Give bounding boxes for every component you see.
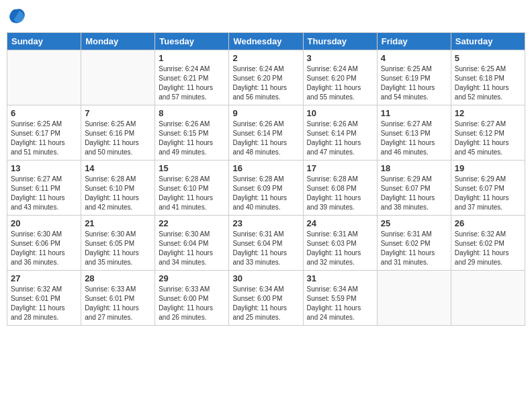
day-info: Sunrise: 6:31 AMSunset: 6:04 PMDaylight:…: [232, 230, 299, 267]
day-info: Sunrise: 6:28 AMSunset: 6:10 PMDaylight:…: [85, 175, 151, 212]
day-number: 4: [381, 53, 447, 63]
day-number: 15: [159, 163, 225, 173]
day-info: Sunrise: 6:31 AMSunset: 6:02 PMDaylight:…: [381, 230, 447, 267]
page: SundayMondayTuesdayWednesdayThursdayFrid…: [0, 0, 532, 411]
calendar-cell: 1Sunrise: 6:24 AMSunset: 6:21 PMDaylight…: [155, 50, 229, 105]
day-number: 11: [381, 108, 447, 118]
day-number: 5: [455, 53, 521, 63]
day-number: 14: [85, 163, 151, 173]
day-info: Sunrise: 6:29 AMSunset: 6:07 PMDaylight:…: [455, 175, 521, 212]
logo-icon: [7, 7, 27, 27]
day-info: Sunrise: 6:26 AMSunset: 6:14 PMDaylight:…: [307, 120, 373, 157]
day-number: 29: [159, 273, 225, 283]
day-number: 7: [85, 108, 151, 118]
calendar-cell: 14Sunrise: 6:28 AMSunset: 6:10 PMDayligh…: [81, 161, 155, 216]
calendar-cell: 24Sunrise: 6:31 AMSunset: 6:03 PMDayligh…: [303, 216, 377, 271]
day-info: Sunrise: 6:26 AMSunset: 6:14 PMDaylight:…: [232, 120, 299, 157]
calendar-cell: 19Sunrise: 6:29 AMSunset: 6:07 PMDayligh…: [451, 161, 525, 216]
day-info: Sunrise: 6:26 AMSunset: 6:15 PMDaylight:…: [159, 120, 225, 157]
calendar-cell: 31Sunrise: 6:34 AMSunset: 5:59 PMDayligh…: [303, 271, 377, 326]
day-info: Sunrise: 6:30 AMSunset: 6:05 PMDaylight:…: [85, 230, 151, 267]
calendar-day-header: Saturday: [451, 33, 525, 50]
day-info: Sunrise: 6:25 AMSunset: 6:18 PMDaylight:…: [455, 64, 521, 102]
calendar-cell: 4Sunrise: 6:25 AMSunset: 6:19 PMDaylight…: [377, 50, 451, 105]
calendar-cell: 3Sunrise: 6:24 AMSunset: 6:20 PMDaylight…: [303, 50, 377, 105]
calendar-cell: 17Sunrise: 6:28 AMSunset: 6:08 PMDayligh…: [303, 161, 377, 216]
calendar-week-row: 6Sunrise: 6:25 AMSunset: 6:17 PMDaylight…: [7, 105, 525, 161]
day-number: 27: [11, 273, 77, 283]
day-info: Sunrise: 6:28 AMSunset: 6:09 PMDaylight:…: [232, 175, 299, 212]
day-info: Sunrise: 6:29 AMSunset: 6:07 PMDaylight:…: [381, 175, 447, 212]
day-info: Sunrise: 6:31 AMSunset: 6:03 PMDaylight:…: [307, 230, 373, 267]
day-info: Sunrise: 6:33 AMSunset: 6:00 PMDaylight:…: [159, 285, 225, 322]
calendar-cell: 28Sunrise: 6:33 AMSunset: 6:01 PMDayligh…: [81, 271, 155, 326]
calendar-cell: 2Sunrise: 6:24 AMSunset: 6:20 PMDaylight…: [229, 50, 303, 105]
day-number: 9: [232, 108, 299, 118]
calendar-cell: 29Sunrise: 6:33 AMSunset: 6:00 PMDayligh…: [155, 271, 229, 326]
calendar-week-row: 20Sunrise: 6:30 AMSunset: 6:06 PMDayligh…: [7, 216, 525, 271]
day-info: Sunrise: 6:27 AMSunset: 6:13 PMDaylight:…: [381, 120, 447, 157]
day-number: 13: [11, 163, 77, 173]
day-info: Sunrise: 6:32 AMSunset: 6:02 PMDaylight:…: [455, 230, 521, 267]
day-number: 24: [307, 218, 373, 228]
day-number: 10: [307, 108, 373, 118]
calendar-day-header: Wednesday: [229, 33, 303, 50]
day-info: Sunrise: 6:25 AMSunset: 6:16 PMDaylight:…: [85, 120, 151, 157]
day-number: 23: [232, 218, 299, 228]
calendar-cell: 20Sunrise: 6:30 AMSunset: 6:06 PMDayligh…: [7, 216, 81, 271]
day-number: 31: [307, 273, 373, 283]
calendar-cell: 16Sunrise: 6:28 AMSunset: 6:09 PMDayligh…: [229, 161, 303, 216]
day-number: 6: [11, 108, 77, 118]
calendar-cell: 5Sunrise: 6:25 AMSunset: 6:18 PMDaylight…: [451, 50, 525, 105]
calendar-day-header: Thursday: [303, 33, 377, 50]
logo: [7, 7, 30, 27]
day-info: Sunrise: 6:24 AMSunset: 6:20 PMDaylight:…: [232, 64, 299, 102]
calendar-day-header: Tuesday: [155, 33, 229, 50]
calendar-cell: [451, 271, 525, 326]
calendar-week-row: 1Sunrise: 6:24 AMSunset: 6:21 PMDaylight…: [7, 50, 525, 105]
day-number: 16: [232, 163, 299, 173]
day-info: Sunrise: 6:34 AMSunset: 6:00 PMDaylight:…: [232, 285, 299, 322]
calendar-week-row: 27Sunrise: 6:32 AMSunset: 6:01 PMDayligh…: [7, 271, 525, 326]
day-number: 17: [307, 163, 373, 173]
calendar-day-header: Friday: [377, 33, 451, 50]
calendar-cell: [81, 50, 155, 105]
day-info: Sunrise: 6:32 AMSunset: 6:01 PMDaylight:…: [11, 285, 77, 322]
calendar-table: SundayMondayTuesdayWednesdayThursdayFrid…: [7, 32, 525, 326]
day-number: 30: [232, 273, 299, 283]
day-info: Sunrise: 6:24 AMSunset: 6:21 PMDaylight:…: [159, 64, 225, 102]
calendar-cell: 18Sunrise: 6:29 AMSunset: 6:07 PMDayligh…: [377, 161, 451, 216]
calendar-cell: 8Sunrise: 6:26 AMSunset: 6:15 PMDaylight…: [155, 105, 229, 161]
calendar-cell: 13Sunrise: 6:27 AMSunset: 6:11 PMDayligh…: [7, 161, 81, 216]
calendar-cell: 15Sunrise: 6:28 AMSunset: 6:10 PMDayligh…: [155, 161, 229, 216]
day-number: 3: [307, 53, 373, 63]
day-number: 8: [159, 108, 225, 118]
calendar-cell: [7, 50, 81, 105]
day-info: Sunrise: 6:33 AMSunset: 6:01 PMDaylight:…: [85, 285, 151, 322]
calendar-cell: 10Sunrise: 6:26 AMSunset: 6:14 PMDayligh…: [303, 105, 377, 161]
calendar-cell: 7Sunrise: 6:25 AMSunset: 6:16 PMDaylight…: [81, 105, 155, 161]
calendar-cell: 11Sunrise: 6:27 AMSunset: 6:13 PMDayligh…: [377, 105, 451, 161]
calendar-cell: 12Sunrise: 6:27 AMSunset: 6:12 PMDayligh…: [451, 105, 525, 161]
calendar-cell: 26Sunrise: 6:32 AMSunset: 6:02 PMDayligh…: [451, 216, 525, 271]
calendar-week-row: 13Sunrise: 6:27 AMSunset: 6:11 PMDayligh…: [7, 161, 525, 216]
day-number: 22: [159, 218, 225, 228]
calendar-cell: 25Sunrise: 6:31 AMSunset: 6:02 PMDayligh…: [377, 216, 451, 271]
day-number: 25: [381, 218, 447, 228]
calendar-header-row: SundayMondayTuesdayWednesdayThursdayFrid…: [7, 33, 525, 50]
header: [7, 7, 525, 27]
day-info: Sunrise: 6:27 AMSunset: 6:12 PMDaylight:…: [455, 120, 521, 157]
day-number: 28: [85, 273, 151, 283]
calendar-cell: [377, 271, 451, 326]
day-info: Sunrise: 6:24 AMSunset: 6:20 PMDaylight:…: [307, 64, 373, 102]
calendar-day-header: Monday: [81, 33, 155, 50]
day-number: 20: [11, 218, 77, 228]
day-info: Sunrise: 6:28 AMSunset: 6:10 PMDaylight:…: [159, 175, 225, 212]
calendar-cell: 22Sunrise: 6:30 AMSunset: 6:04 PMDayligh…: [155, 216, 229, 271]
day-info: Sunrise: 6:34 AMSunset: 5:59 PMDaylight:…: [307, 285, 373, 322]
calendar-day-header: Sunday: [7, 33, 81, 50]
day-number: 19: [455, 163, 521, 173]
calendar-cell: 21Sunrise: 6:30 AMSunset: 6:05 PMDayligh…: [81, 216, 155, 271]
day-info: Sunrise: 6:27 AMSunset: 6:11 PMDaylight:…: [11, 175, 77, 212]
day-number: 12: [455, 108, 521, 118]
